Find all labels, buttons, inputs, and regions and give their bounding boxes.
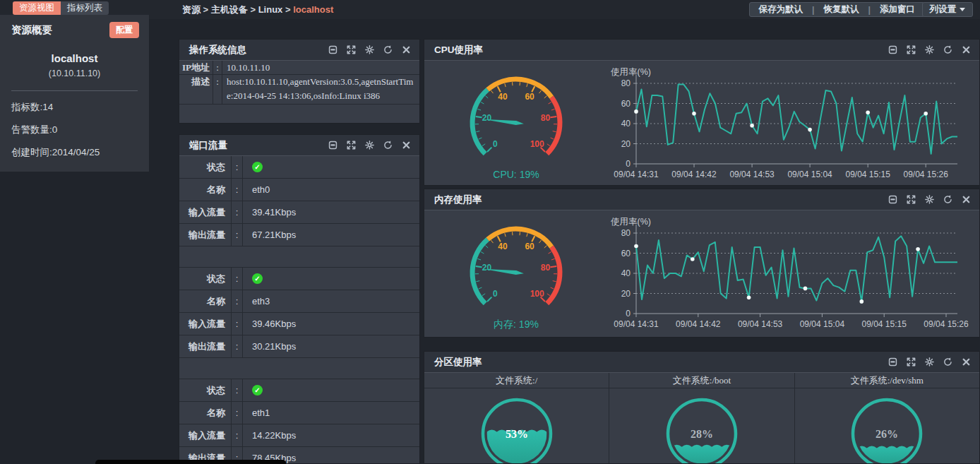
svg-text:09/04 14:53: 09/04 14:53	[729, 169, 775, 179]
panel-title: CPU使用率	[434, 44, 483, 56]
port-traffic-table: 状态:✓名称:eth0输入流量:39.41Kbps输出流量:67.21Kbps状…	[179, 156, 419, 464]
resource-summary-header: 资源概要 配置	[0, 15, 149, 38]
topbar-action-group: 保存为默认|恢复默认|添加窗口	[749, 2, 926, 17]
svg-text:09/04 15:04: 09/04 15:04	[800, 319, 845, 329]
tab-metric-list[interactable]: 指标列表	[61, 1, 109, 15]
memory-usage-panel: 内存使用率 020406080100内存: 19% 使用率(%)02040608…	[424, 189, 980, 338]
gear-icon[interactable]	[365, 45, 374, 54]
action-button[interactable]: 恢复默认	[815, 4, 868, 16]
partition-gauges: 53%28%26%	[424, 388, 979, 464]
port-traffic-panel: 端口流量 状态:✓名称:eth0输入流量:39.41Kbps输出流量:67.21…	[179, 134, 420, 464]
port-row-value: 14.22Kbps	[243, 424, 419, 446]
svg-text:使用率(%): 使用率(%)	[611, 67, 651, 77]
panel-icons	[328, 141, 411, 150]
collapse-icon[interactable]	[328, 45, 337, 54]
port-row-value: eth1	[243, 402, 419, 424]
colon: :	[213, 75, 222, 104]
svg-text:09/04 15:04: 09/04 15:04	[787, 169, 832, 179]
port-row-label: 状态	[179, 268, 232, 290]
colon: :	[232, 156, 243, 178]
collapse-icon[interactable]	[328, 141, 337, 150]
breadcrumb-item[interactable]: 主机设备	[211, 4, 248, 15]
port-row-status: 状态:✓	[179, 379, 419, 402]
gear-icon[interactable]	[925, 357, 934, 367]
close-icon[interactable]	[402, 141, 411, 150]
close-icon[interactable]	[402, 45, 411, 54]
partition-column-header: 文件系统:/boot	[609, 373, 794, 388]
svg-text:使用率(%): 使用率(%)	[611, 217, 651, 227]
port-row-status: 状态:✓	[179, 156, 419, 179]
close-icon[interactable]	[962, 45, 971, 54]
refresh-icon[interactable]	[943, 357, 952, 367]
breadcrumb-item[interactable]: localhost	[293, 4, 333, 15]
svg-text:09/04 15:26: 09/04 15:26	[903, 169, 948, 179]
svg-text:09/04 15:15: 09/04 15:15	[845, 169, 890, 179]
collapse-icon[interactable]	[888, 357, 897, 367]
port-row-label: 输入流量	[179, 313, 232, 335]
sidebar-stat: 告警数量:0	[11, 124, 138, 136]
status-ok-icon: ✓	[252, 385, 263, 395]
column-settings-button[interactable]: 列设置	[922, 2, 974, 17]
port-row-name: 名称:eth1	[179, 402, 419, 424]
svg-text:28%: 28%	[691, 428, 713, 440]
port-row-out: 输出流量:67.21Kbps	[179, 224, 419, 246]
column-settings-label: 列设置	[930, 4, 957, 16]
maximize-icon[interactable]	[347, 45, 356, 54]
svg-text:40: 40	[621, 119, 631, 129]
colon: :	[232, 268, 243, 290]
port-row-in: 输入流量:14.22Kbps	[179, 424, 419, 447]
maximize-icon[interactable]	[907, 195, 916, 204]
panel-icons	[888, 357, 971, 367]
refresh-icon[interactable]	[383, 45, 393, 54]
breadcrumb: 资源 > 主机设备 > Linux > localhost	[182, 4, 333, 16]
os-info-row: 描述:host:10.10.11.10,agentVersion:3.0.5,a…	[179, 75, 419, 105]
panel-icons	[328, 45, 411, 54]
close-icon[interactable]	[962, 195, 971, 204]
gear-icon[interactable]	[925, 195, 934, 204]
partition-gauge-cell: 26%	[795, 388, 979, 464]
config-button[interactable]: 配置	[109, 22, 139, 38]
svg-text:53%: 53%	[506, 428, 528, 440]
breadcrumb-item[interactable]: Linux	[258, 4, 283, 15]
collapse-icon[interactable]	[888, 195, 897, 204]
port-row-label: 状态	[179, 156, 232, 178]
maximize-icon[interactable]	[907, 357, 916, 367]
os-row-label: 描述	[179, 75, 213, 104]
action-button[interactable]: 添加窗口	[871, 4, 924, 16]
gear-icon[interactable]	[365, 141, 374, 150]
port-row-label: 输出流量	[179, 335, 232, 357]
colon: :	[232, 402, 243, 424]
background-window-edge	[95, 460, 286, 464]
port-row-in: 输入流量:39.41Kbps	[179, 201, 419, 224]
svg-text:40: 40	[498, 242, 508, 251]
panel-header: 操作系统信息	[179, 40, 419, 61]
host-name: localhost	[0, 52, 149, 64]
panel-title: 内存使用率	[434, 194, 482, 206]
port-group-spacer	[179, 246, 419, 268]
svg-text:100: 100	[530, 289, 544, 299]
svg-text:60: 60	[621, 99, 631, 109]
partition-headers: 文件系统:/文件系统:/boot文件系统:/dev/shm	[424, 373, 979, 388]
cpu-panel-body: 020406080100CPU: 19% 使用率(%)02040608009/0…	[424, 61, 979, 186]
port-row-name: 名称:eth0	[179, 179, 419, 201]
collapse-icon[interactable]	[888, 45, 897, 54]
breadcrumb-item[interactable]: 资源	[182, 4, 201, 15]
chevron-down-icon	[960, 8, 965, 11]
gear-icon[interactable]	[925, 45, 934, 54]
port-row-value: ✓	[243, 156, 419, 178]
status-ok-icon: ✓	[252, 273, 263, 284]
action-button[interactable]: 保存为默认	[750, 4, 813, 16]
port-row-label: 输出流量	[179, 224, 232, 246]
svg-text:80: 80	[541, 263, 551, 273]
refresh-icon[interactable]	[943, 195, 952, 204]
svg-text:80: 80	[621, 78, 631, 88]
maximize-icon[interactable]	[347, 141, 356, 150]
tab-resource-view[interactable]: 资源视图	[13, 1, 61, 15]
svg-text:60: 60	[525, 92, 534, 102]
refresh-icon[interactable]	[943, 45, 952, 54]
port-row-value: 39.41Kbps	[243, 201, 419, 223]
refresh-icon[interactable]	[383, 141, 393, 150]
close-icon[interactable]	[962, 357, 971, 367]
sidebar-stats: 指标数:14告警数量:0创建时间:2014/04/25	[0, 91, 149, 159]
maximize-icon[interactable]	[907, 45, 916, 54]
